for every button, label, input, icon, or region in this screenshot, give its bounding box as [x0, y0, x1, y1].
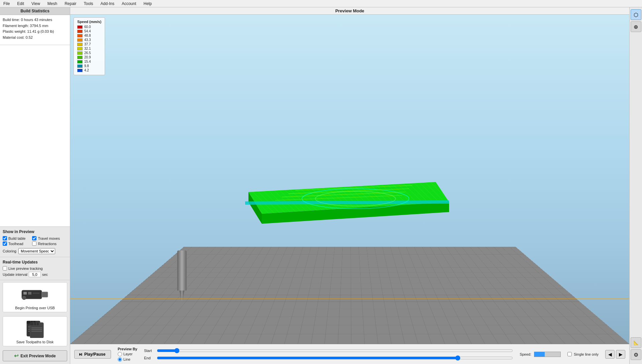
update-interval-input[interactable] [29, 272, 41, 277]
grid-floor [70, 247, 629, 344]
legend-item-11: 4.2 [77, 68, 101, 72]
preview-by-title: Preview By [118, 347, 137, 351]
coloring-select[interactable]: Movement Speed Feature Type Temperature … [18, 248, 55, 254]
live-preview-checkbox[interactable] [3, 266, 7, 270]
svg-marker-27 [248, 192, 262, 224]
realtime-updates-section: Real-time Updates Live preview tracking … [0, 257, 70, 280]
menu-edit[interactable]: Edit [16, 1, 25, 7]
legend-item-10: 9.8 [77, 64, 101, 68]
end-label: End [144, 356, 154, 360]
nav-next-button[interactable]: ▶ [616, 350, 625, 359]
play-pause-icon: ⏯ [79, 352, 83, 357]
legend-swatch-10 [77, 64, 83, 68]
preview-mode-label: Preview Mode [335, 8, 364, 13]
viewport-3d[interactable] [70, 15, 629, 344]
legend-swatch-2 [77, 30, 83, 33]
legend-item-1: 60.0 [77, 25, 101, 29]
svg-rect-17 [34, 323, 36, 325]
legend-value-2: 54.4 [84, 29, 91, 33]
legend-swatch-9 [77, 60, 83, 63]
right-toolbar: ⬡ ⊕ 📐 ⚙ [629, 7, 642, 364]
viewport-container: Preview Mode Speed (mm/s) 60.0 54.4 48.8… [70, 7, 629, 364]
toolhead-checkbox[interactable] [3, 241, 7, 246]
retractions-checkbox[interactable] [32, 241, 36, 246]
menu-repair[interactable]: Repair [63, 1, 78, 7]
layer-radio-label: Layer [123, 352, 133, 356]
legend-item-7: 26.5 [77, 51, 101, 55]
speed-legend-title: Speed (mm/s) [77, 20, 101, 24]
cursor-tool-button[interactable]: ⬡ [631, 9, 641, 20]
legend-value-3: 48.8 [84, 34, 91, 37]
svg-rect-18 [37, 323, 39, 325]
legend-value-7: 26.5 [84, 51, 91, 55]
menu-account[interactable]: Account [120, 1, 137, 7]
menu-view[interactable]: View [30, 1, 41, 7]
build-time-stat: Build time: 0 hours 43 minutes [3, 17, 67, 23]
menubar: File Edit View Mesh Repair Tools Add-Ins… [0, 0, 642, 7]
retractions-label: Retractions [38, 242, 57, 246]
zoom-tool-button[interactable]: ⊕ [631, 21, 641, 32]
speed-bar-container [534, 352, 561, 357]
legend-swatch-7 [77, 51, 83, 55]
toolhead-label: Toolhead [8, 242, 23, 246]
show-in-preview-title: Show in Preview [3, 229, 67, 234]
sd-icon [18, 319, 52, 339]
speed-label: Speed: [520, 352, 531, 356]
filament-length-stat: Filament length: 3794.5 mm [3, 23, 67, 29]
menu-tools[interactable]: Tools [83, 1, 95, 7]
preview-by-layer-radio[interactable] [118, 352, 122, 356]
nav-prev-button[interactable]: ◀ [605, 350, 615, 359]
preview-by-line-radio[interactable] [118, 357, 122, 362]
svg-rect-21 [31, 331, 42, 332]
sd-label: Save Toolpaths to Disk [16, 340, 54, 344]
single-line-checkbox[interactable] [567, 352, 572, 356]
legend-swatch-5 [77, 43, 83, 46]
exit-preview-icon: ↩ [14, 353, 18, 359]
toolhead-nozzle [177, 250, 187, 301]
travel-moves-label: Travel moves [38, 236, 60, 240]
build-stats-content: Build time: 0 hours 43 minutes Filament … [0, 15, 70, 45]
legend-swatch-8 [77, 56, 83, 59]
build-table-label: Build table [8, 236, 25, 240]
travel-moves-checkbox[interactable] [32, 236, 36, 240]
settings-tool-button[interactable]: ⚙ [631, 349, 641, 360]
legend-swatch-4 [77, 38, 83, 42]
svg-marker-28 [262, 202, 449, 224]
end-slider[interactable] [157, 355, 513, 361]
svg-marker-26 [248, 182, 449, 214]
build-table-checkbox[interactable] [3, 236, 7, 240]
start-slider[interactable] [157, 348, 513, 353]
nozzle-tip [180, 291, 184, 301]
legend-value-11: 4.2 [84, 68, 89, 72]
svg-line-32 [295, 185, 412, 190]
legend-swatch-1 [77, 25, 83, 29]
sd-card[interactable]: Save Toolpaths to Disk [3, 316, 67, 346]
sd-image [20, 319, 50, 338]
legend-item-6: 32.1 [77, 47, 101, 50]
svg-rect-19 [31, 328, 42, 328]
legend-swatch-11 [77, 69, 83, 72]
bottom-controls: ⏯ Play/Pause Preview By Layer Line Start [70, 344, 629, 364]
nozzle-body [177, 250, 187, 291]
menu-help[interactable]: Help [142, 1, 153, 7]
realtime-updates-title: Real-time Updates [3, 260, 67, 264]
legend-item-2: 54.4 [77, 29, 101, 33]
menu-file[interactable]: File [2, 1, 11, 7]
svg-rect-7 [27, 321, 30, 324]
svg-marker-25 [248, 182, 449, 214]
svg-rect-3 [28, 292, 31, 295]
legend-item-3: 48.8 [77, 34, 101, 37]
menu-mesh[interactable]: Mesh [46, 1, 59, 7]
exit-preview-button[interactable]: ↩ Exit Preview Mode [3, 350, 67, 361]
speed-legend: Speed (mm/s) 60.0 54.4 48.8 43.3 37.7 [74, 17, 105, 75]
legend-value-10: 9.8 [84, 64, 89, 68]
usb-card[interactable]: Begin Printing over USB [3, 282, 67, 312]
play-pause-button[interactable]: ⏯ Play/Pause [74, 350, 111, 359]
update-interval-unit: sec [42, 272, 48, 277]
start-label: Start [144, 349, 154, 353]
svg-point-30 [302, 189, 409, 209]
navigation-buttons: ◀ ▶ [605, 350, 625, 359]
menu-addins[interactable]: Add-Ins [99, 1, 116, 7]
measure-tool-button[interactable]: 📐 [631, 337, 641, 348]
svg-line-35 [275, 195, 402, 200]
